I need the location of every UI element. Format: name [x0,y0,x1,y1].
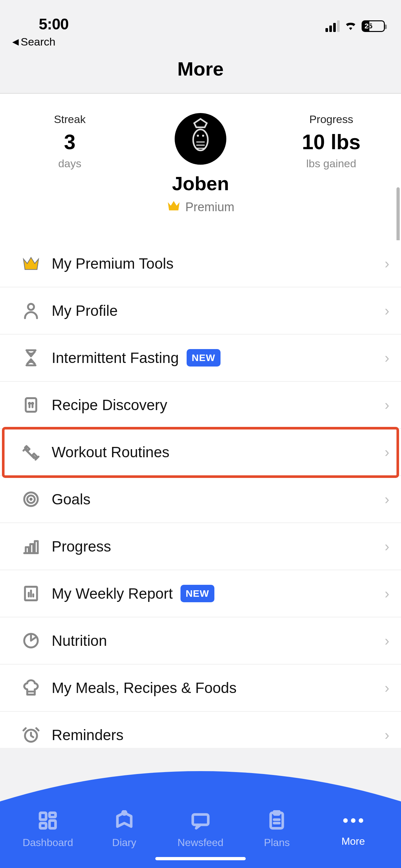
avatar-drawing-icon [183,118,218,160]
svg-rect-35 [193,814,208,825]
menu-label: My Profile [44,302,384,319]
progress-stat[interactable]: Progress 10 lbs lbs gained [274,113,388,170]
menu-label: My Weekly ReportNEW [44,585,384,602]
menu-row-my-profile[interactable]: My Profile› [0,287,401,335]
hourglass-icon [18,349,44,367]
bars-icon [18,537,44,555]
username: Joben [127,173,274,195]
chevron-right-icon: › [384,585,390,601]
svg-rect-32 [50,820,56,828]
menu-row-progress[interactable]: Progress› [0,523,401,570]
tab-label: Diary [112,837,136,848]
status-time: 5:00 [39,15,68,33]
menu-row-recipe-discovery[interactable]: Recipe Discovery› [0,382,401,429]
chevron-right-icon: › [384,680,390,696]
chevron-right-icon: › [384,727,390,743]
premium-badge: Premium [127,200,274,214]
wifi-icon [344,19,357,33]
chevron-right-icon: › [384,397,390,413]
menu-row-nutrition[interactable]: Nutrition› [0,617,401,664]
chevron-right-icon: › [384,538,390,554]
streak-label: Streak [13,113,127,126]
chevron-right-icon: › [384,632,390,649]
premium-label: Premium [185,200,235,214]
tab-label: More [341,835,365,847]
newsfeed-icon [190,810,211,832]
svg-rect-16 [26,547,29,553]
svg-point-1 [197,135,199,137]
tab-label: Dashboard [23,837,73,848]
chevron-right-icon: › [384,444,390,460]
status-bar: 5:00 25 [0,0,401,35]
content-scroll[interactable]: Streak 3 days Joben Premium [0,94,401,748]
chef-icon [18,679,44,697]
new-badge: NEW [181,585,214,602]
svg-rect-7 [26,398,36,412]
menu-label: Progress [44,538,384,555]
status-icons: 25 [326,19,385,33]
progress-sub: lbs gained [274,157,388,170]
back-search-button[interactable]: ◀ Search [12,35,56,48]
back-label: Search [21,35,56,48]
menu-row-weekly-report[interactable]: My Weekly ReportNEW› [0,570,401,617]
recipe-icon [18,396,44,414]
streak-value: 3 [13,130,127,154]
tab-bar: DashboardDiaryNewsfeedPlansMore [0,745,401,868]
menu-label: Goals [44,491,384,508]
diary-icon [114,810,135,832]
chevron-right-icon: › [384,491,390,507]
avatar[interactable] [175,113,226,165]
svg-point-2 [202,135,204,137]
crown-icon [166,200,181,214]
tab-plans[interactable]: Plans [239,810,315,848]
back-triangle-icon: ◀ [12,37,19,47]
tab-label: Newsfeed [178,837,223,848]
menu-label: Nutrition [44,632,384,649]
profile-summary: Streak 3 days Joben Premium [0,94,401,240]
crown-icon [18,254,44,273]
svg-point-0 [193,129,208,151]
menu-row-goals[interactable]: Goals› [0,476,401,523]
svg-point-6 [28,304,34,310]
alarm-icon [18,726,44,744]
menu-label: Recipe Discovery [44,396,384,414]
menu-label: Workout Routines [44,443,384,461]
menu-label: Reminders [44,726,384,744]
progress-label: Progress [274,113,388,126]
tab-more[interactable]: More [315,810,391,848]
cellular-icon [326,20,340,32]
tab-diary[interactable]: Diary [86,810,162,848]
menu-label: My Meals, Recipes & Foods [44,679,384,696]
dashboard-icon [37,810,58,832]
menu-label: My Premium Tools [44,255,384,272]
menu-label: Intermittent FastingNEW [44,349,384,367]
home-indicator [155,857,246,860]
svg-point-14 [30,498,32,500]
target-icon [18,490,44,508]
svg-rect-31 [50,813,56,817]
chevron-right-icon: › [384,255,390,272]
tab-label: Plans [264,837,289,848]
menu-row-premium-tools[interactable]: My Premium Tools› [0,240,401,287]
svg-rect-33 [40,823,46,828]
report-icon [18,585,44,602]
progress-value: 10 lbs [274,130,388,154]
tab-dashboard[interactable]: Dashboard [10,810,86,848]
battery-icon: 25 [362,20,385,32]
menu-row-reminders[interactable]: Reminders› [0,712,401,748]
menu-row-meals-recipes-foods[interactable]: My Meals, Recipes & Foods› [0,664,401,712]
dumbbell-icon [18,443,44,461]
new-badge: NEW [187,349,220,367]
menu-row-workout-routines[interactable]: Workout Routines› [0,429,401,476]
svg-rect-30 [40,813,46,819]
menu-row-intermittent-fasting[interactable]: Intermittent FastingNEW› [0,335,401,382]
svg-rect-18 [35,541,38,553]
more-icon [343,810,364,831]
page-title: More [0,58,401,93]
svg-rect-17 [30,544,33,553]
streak-stat[interactable]: Streak 3 days [13,113,127,170]
profile-center[interactable]: Joben Premium [127,113,274,214]
plans-icon [266,810,287,832]
tab-newsfeed[interactable]: Newsfeed [162,810,239,848]
menu-list: My Premium Tools›My Profile›Intermittent… [0,240,401,748]
